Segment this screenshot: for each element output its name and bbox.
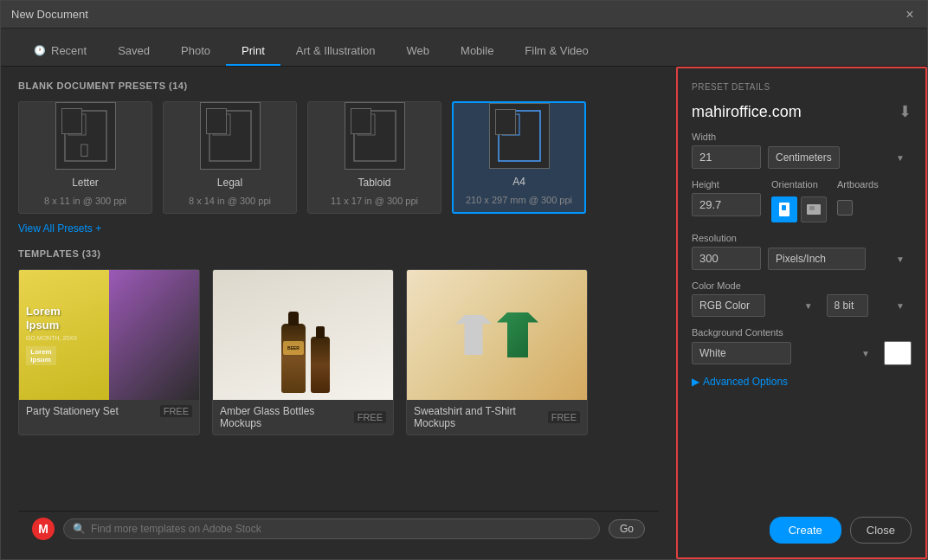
tab-print-label: Print [242, 44, 265, 57]
template-sweatshirt[interactable]: Sweatshirt and T-Shirt Mockups FREE [406, 269, 588, 435]
search-box[interactable]: 🔍 [63, 518, 600, 539]
tab-film[interactable]: Film & Video [509, 37, 603, 66]
preset-legal-size: 8 x 14 in @ 300 ppi [189, 196, 271, 206]
template-party-name: Party Stationery Set [26, 405, 119, 417]
preset-letter-name: Letter [72, 177, 99, 189]
templates-grid: LoremIpsum GO MONTH, 20XX LoremIpsum [18, 269, 659, 435]
view-all-label: View All Presets + [18, 222, 101, 235]
tab-photo[interactable]: Photo [165, 37, 226, 66]
bottom-bar: M 🔍 Go [18, 511, 659, 545]
color-mode-wrapper: RGB Color CMYK Color Lab Color Grayscale… [692, 294, 820, 317]
background-row: White Black Background Color Transparent… [692, 341, 912, 365]
template-party-thumb: LoremIpsum GO MONTH, 20XX LoremIpsum [19, 270, 199, 400]
background-color-swatch[interactable] [884, 341, 912, 365]
svg-rect-8 [502, 114, 519, 135]
main-content: BLANK DOCUMENT PRESETS (14) ⌷ Letter [1, 67, 927, 559]
artboards-checkbox[interactable] [837, 200, 853, 216]
orientation-label: Orientation [771, 179, 827, 190]
advanced-chevron-icon: ▶ [692, 376, 699, 388]
preset-a4-name: A4 [512, 176, 525, 188]
preset-legal[interactable]: Legal 8 x 14 in @ 300 ppi [163, 101, 297, 214]
tab-bar: 🕐 Recent Saved Photo Print Art & Illustr… [1, 29, 927, 67]
svg-rect-10 [782, 205, 786, 210]
templates-count: (33) [82, 248, 101, 259]
blank-presets-section: BLANK DOCUMENT PRESETS (14) ⌷ Letter [18, 80, 659, 248]
template-party[interactable]: LoremIpsum GO MONTH, 20XX LoremIpsum [18, 269, 200, 435]
tab-mobile[interactable]: Mobile [445, 37, 509, 66]
svg-rect-12 [809, 206, 815, 210]
blank-presets-title: BLANK DOCUMENT PRESETS [18, 80, 166, 91]
tab-web-label: Web [407, 44, 430, 57]
tab-recent[interactable]: 🕐 Recent [18, 37, 102, 66]
preset-letter-size: 8 x 11 in @ 300 ppi [44, 196, 126, 206]
background-field: Background Contents White Black Backgrou… [692, 327, 912, 365]
save-preset-icon[interactable]: ⬇ [899, 102, 912, 121]
search-input[interactable] [91, 523, 590, 535]
orientation-group: Orientation [771, 179, 827, 222]
recent-icon: 🕐 [34, 45, 46, 56]
create-button[interactable]: Create [770, 517, 841, 544]
svg-rect-1 [68, 114, 86, 135]
preset-a4[interactable]: A4 210 x 297 mm @ 300 ppi [452, 101, 586, 214]
portrait-button[interactable] [771, 196, 797, 222]
view-all-presets[interactable]: View All Presets + [18, 222, 659, 235]
templates-section: TEMPLATES (33) LoremIpsum GO MONTH, 20XX [18, 248, 659, 511]
svg-rect-4 [213, 114, 230, 135]
right-panel: PRESET DETAILS mahiroffice.com ⬇ Width C… [676, 67, 927, 559]
tab-saved[interactable]: Saved [102, 37, 165, 66]
background-select[interactable]: White Black Background Color Transparent [692, 342, 791, 364]
blank-presets-header: BLANK DOCUMENT PRESETS (14) [18, 80, 659, 91]
preset-tabloid-name: Tabloid [358, 177, 390, 189]
resolution-label: Resolution [692, 233, 912, 243]
width-row: Centimeters Pixels Inches Millimeters ▼ [692, 145, 912, 169]
background-select-wrapper: White Black Background Color Transparent… [692, 342, 877, 364]
preset-a4-icon [489, 103, 550, 169]
tab-web[interactable]: Web [391, 37, 446, 66]
preset-tabloid-icon [345, 102, 405, 170]
background-select-arrow: ▼ [861, 349, 870, 358]
preset-tabloid-size: 11 x 17 in @ 300 ppi [331, 196, 418, 206]
preset-details-label: PRESET DETAILS [692, 82, 912, 92]
color-mode-row: RGB Color CMYK Color Lab Color Grayscale… [692, 294, 912, 317]
template-amber-badge: FREE [354, 411, 386, 423]
color-depth-wrapper: 8 bit 16 bit 32 bit ▼ [827, 294, 912, 317]
tab-photo-label: Photo [181, 44, 210, 57]
orientation-buttons [771, 196, 827, 222]
template-amber-thumb: BEER [213, 270, 393, 400]
landscape-button[interactable] [801, 196, 827, 222]
preset-letter-icon: ⌷ [55, 102, 116, 170]
tab-print[interactable]: Print [226, 37, 280, 66]
window-close-button[interactable]: × [903, 8, 917, 22]
preset-name-row: mahiroffice.com ⬇ [692, 102, 912, 121]
template-amber-name: Amber Glass Bottles Mockups [220, 405, 354, 429]
color-mode-field: Color Mode RGB Color CMYK Color Lab Colo… [692, 280, 912, 317]
width-unit-select[interactable]: Centimeters Pixels Inches Millimeters [768, 146, 840, 169]
resolution-unit-select[interactable]: Pixels/Inch Pixels/Centimeter [768, 248, 866, 270]
svg-rect-6 [358, 114, 375, 135]
svg-text:⌷: ⌷ [80, 141, 89, 158]
close-button[interactable]: Close [850, 517, 912, 544]
width-input[interactable] [692, 145, 761, 169]
resolution-unit-arrow: ▼ [896, 254, 905, 263]
preset-legal-icon [200, 102, 261, 170]
preset-letter[interactable]: ⌷ Letter 8 x 11 in @ 300 ppi [18, 101, 152, 214]
tab-art[interactable]: Art & Illustration [280, 37, 391, 66]
tab-recent-label: Recent [51, 44, 87, 57]
template-amber[interactable]: BEER Amber Glass Bottles Mockups FRE [212, 269, 394, 435]
color-mode-select[interactable]: RGB Color CMYK Color Lab Color Grayscale [692, 294, 765, 317]
go-button[interactable]: Go [609, 519, 645, 538]
resolution-input[interactable] [692, 247, 761, 270]
tab-art-label: Art & Illustration [296, 44, 376, 57]
template-sweatshirt-info: Sweatshirt and T-Shirt Mockups FREE [407, 400, 587, 434]
preset-tabloid[interactable]: Tabloid 11 x 17 in @ 300 ppi [307, 101, 441, 214]
templates-title: TEMPLATES [18, 248, 79, 259]
tab-mobile-label: Mobile [461, 44, 493, 57]
width-field: Width Centimeters Pixels Inches Millimet… [692, 132, 912, 169]
adobe-stock-logo: M [32, 518, 55, 540]
template-party-badge: FREE [160, 405, 192, 417]
height-input[interactable] [692, 193, 761, 216]
template-sweatshirt-thumb [407, 270, 587, 400]
template-sweatshirt-name: Sweatshirt and T-Shirt Mockups [414, 405, 548, 429]
color-depth-select[interactable]: 8 bit 16 bit 32 bit [827, 294, 868, 317]
advanced-options[interactable]: ▶ Advanced Options [692, 376, 912, 388]
